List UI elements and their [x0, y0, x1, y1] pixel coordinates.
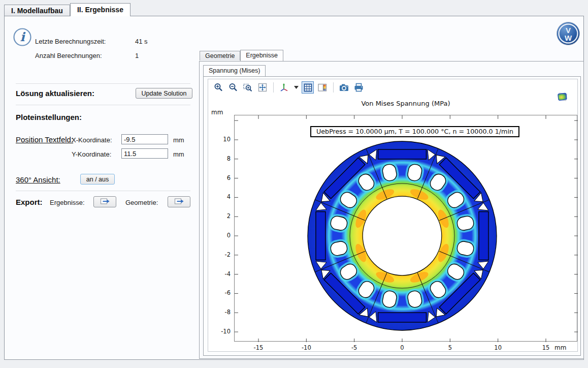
export-geometry-icon	[174, 197, 184, 205]
magnet-slot	[369, 312, 435, 322]
x-tick-label: 15	[538, 344, 553, 351]
tab-spannung-mises[interactable]: Spannung (Mises)	[203, 65, 266, 76]
x-axis-unit-label: mm	[554, 344, 566, 351]
computation-count-label: Anzahl Berechnungen:	[35, 52, 102, 59]
y-tick-label: -2	[213, 251, 231, 258]
plot-settings-heading: Ploteinstellungen:	[16, 113, 82, 121]
graphics-tabstrip: Geometrie Ergebnisse	[200, 50, 283, 61]
divider	[16, 105, 190, 105]
x-tick-label: -5	[347, 344, 362, 351]
zoom-in-icon[interactable]	[212, 81, 224, 94]
ergebnisse-tab-page: Spannung (Mises)	[199, 61, 584, 359]
computation-count-value: 1	[135, 52, 139, 59]
toolbar-separator	[273, 82, 274, 93]
tab-modellaufbau[interactable]: I. Modellaufbau	[4, 5, 70, 16]
update-solution-button[interactable]: Update Solution	[136, 88, 192, 99]
last-computation-value: 41 s	[135, 38, 148, 45]
x-coordinate-label: X-Koordinate:	[72, 136, 112, 144]
main-tabstrip: I. Modellaufbau II. Ergebnisse	[4, 3, 130, 16]
color-legend-toggle-icon[interactable]	[316, 81, 329, 94]
divider	[16, 83, 190, 84]
last-computation-label: Letzte Berechnungszeit:	[35, 38, 106, 45]
main-tab-page: i Letzte Berechnungszeit: 41 s Anzahl Be…	[4, 16, 584, 360]
graphics-canvas[interactable]: Von Mises Spannung (MPa) mm mm UebPress …	[208, 79, 578, 352]
graphics-toolbar	[212, 81, 365, 94]
grid-toggle-icon[interactable]	[302, 81, 314, 94]
zoom-out-icon[interactable]	[227, 81, 239, 94]
y-tick-label: 4	[213, 193, 231, 200]
y-tick-label: -6	[213, 289, 231, 296]
export-results-icon	[100, 197, 110, 205]
x-tick-label: 5	[442, 344, 458, 351]
y-tick-label: 10	[213, 136, 231, 143]
y-tick-label: 8	[213, 155, 231, 162]
y-unit-label: mm	[173, 150, 184, 158]
svg-text:W: W	[565, 34, 572, 42]
print-icon[interactable]	[353, 81, 365, 94]
tab-ergebnisse-plot[interactable]: Ergebnisse	[240, 50, 283, 61]
magnet-slot	[316, 203, 326, 269]
y-tick-label: 6	[213, 174, 231, 181]
divider	[16, 191, 190, 191]
tab-geometrie[interactable]: Geometrie	[200, 51, 240, 60]
x-unit-label: mm	[173, 136, 184, 144]
textfield-position-label: Position Textfeld:	[16, 135, 73, 144]
zoom-box-icon[interactable]	[242, 81, 254, 94]
y-axis-unit-label: mm	[211, 109, 223, 116]
x-tick-label: 0	[395, 344, 410, 351]
magnet-slot	[369, 149, 435, 160]
export-heading: Export:	[16, 198, 43, 206]
x-coordinate-input[interactable]	[121, 134, 168, 144]
y-coordinate-input[interactable]	[121, 148, 168, 159]
tab-ergebnisse[interactable]: II. Ergebnisse	[70, 3, 130, 16]
export-results-button[interactable]	[93, 196, 116, 207]
vw-logo: V W	[556, 21, 580, 48]
x-tick-label: -15	[251, 344, 266, 351]
spannung-mises-tab-page: Von Mises Spannung (MPa) mm mm UebPress …	[203, 76, 581, 356]
y-tick-label: 2	[213, 212, 231, 220]
snapshot-camera-icon[interactable]	[338, 81, 350, 94]
plot-area[interactable]: UebPress = 10.0000 μm, T = 100.000 °C, n…	[234, 115, 577, 342]
y-tick-label: -10	[213, 328, 231, 335]
info-icon: i	[13, 27, 32, 49]
toolbar-separator	[333, 82, 334, 93]
y-tick-label: -8	[213, 309, 231, 316]
magnet-slot	[478, 203, 488, 269]
x-tick-label: -10	[299, 344, 314, 351]
view-orientation-dropdown-caret[interactable]	[293, 81, 299, 94]
y-tick-label: 0	[213, 232, 231, 239]
rotor-stress-plot	[235, 115, 578, 342]
x-tick-label: 10	[491, 344, 506, 351]
view-360-toggle-button[interactable]: an / aus	[80, 174, 115, 185]
view-orientation-icon[interactable]	[278, 81, 290, 94]
export-geometry-label: Geometrie:	[125, 199, 158, 206]
view-360-label: 360° Ansicht:	[16, 175, 60, 184]
y-tick-label: -4	[213, 270, 231, 278]
solution-heading: Lösung aktualisieren:	[16, 89, 94, 98]
y-coordinate-label: Y-Koordinate:	[72, 150, 111, 158]
parameter-annotation-box: UebPress = 10.0000 μm, T = 100.000 °C, n…	[310, 126, 519, 137]
plot-tabstrip: Spannung (Mises)	[203, 65, 266, 76]
plot-title: Von Mises Spannung (MPa)	[234, 100, 577, 107]
export-results-label: Ergebnisse:	[50, 199, 85, 206]
export-geometry-button[interactable]	[168, 196, 190, 207]
zoom-extents-icon[interactable]	[256, 81, 269, 94]
